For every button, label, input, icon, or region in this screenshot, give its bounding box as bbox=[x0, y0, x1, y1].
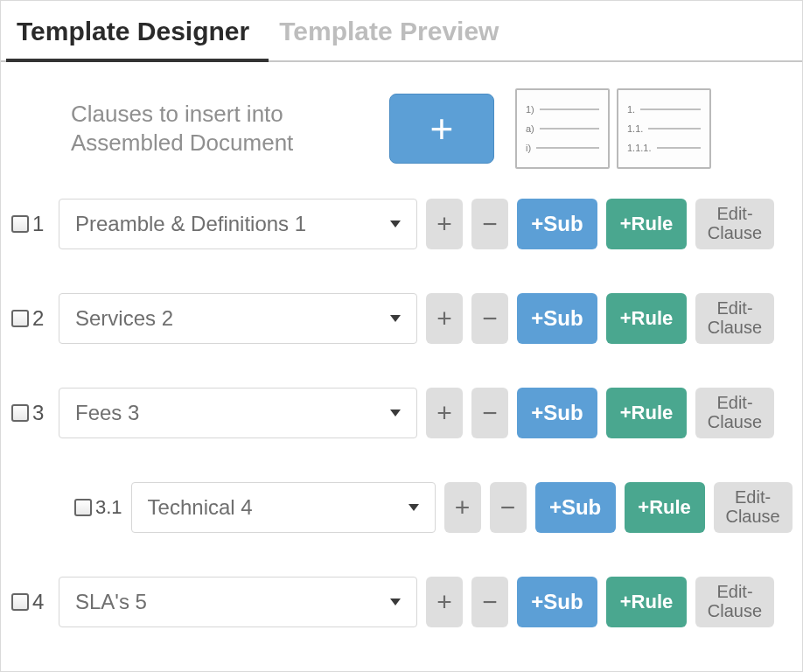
clause-lead: 3 bbox=[11, 401, 50, 425]
thumb-row: 1.1. bbox=[627, 123, 701, 134]
clause-select-label: Fees 3 bbox=[75, 401, 139, 425]
clause-select[interactable]: SLA's 5 bbox=[59, 577, 417, 627]
add-sub-button[interactable]: +Sub bbox=[517, 388, 597, 438]
clause-lead: 4 bbox=[11, 590, 50, 614]
clause-row: 3.1 Technical 4 + − +Sub +Rule Edit- Cla… bbox=[11, 482, 793, 533]
move-up-button[interactable]: + bbox=[426, 199, 463, 249]
move-down-button[interactable]: − bbox=[471, 199, 508, 249]
add-sub-button[interactable]: +Sub bbox=[517, 293, 597, 344]
header-text: Clauses to insert into Assembled Documen… bbox=[71, 100, 368, 158]
clause-checkbox[interactable] bbox=[11, 404, 29, 422]
add-rule-button[interactable]: +Rule bbox=[606, 577, 687, 627]
chevron-down-icon bbox=[390, 220, 401, 228]
add-sub-button[interactable]: +Sub bbox=[535, 482, 616, 533]
edit-clause-button[interactable]: Edit- Clause bbox=[695, 293, 774, 344]
clause-select-label: Preamble & Definitions 1 bbox=[75, 212, 306, 236]
clause-number: 3 bbox=[32, 401, 50, 425]
thumb-label: 1) bbox=[526, 104, 534, 115]
thumb-label: a) bbox=[526, 123, 534, 134]
chevron-down-icon bbox=[390, 315, 401, 322]
add-clause-button[interactable]: + bbox=[389, 94, 494, 164]
thumb-row: i) bbox=[526, 143, 599, 153]
move-down-button[interactable]: − bbox=[471, 577, 508, 627]
thumb-row: 1.1.1. bbox=[627, 143, 701, 153]
clause-select-label: Technical 4 bbox=[148, 495, 253, 520]
edit-clause-button[interactable]: Edit- Clause bbox=[714, 482, 793, 533]
numbering-style-thumbs: 1) a) i) 1. 1.1. bbox=[515, 88, 711, 169]
thumb-row: 1. bbox=[627, 104, 701, 115]
edit-clause-button[interactable]: Edit- Clause bbox=[695, 577, 774, 627]
plus-icon: + bbox=[430, 105, 454, 152]
clause-lead: 1 bbox=[11, 212, 50, 236]
clause-select[interactable]: Preamble & Definitions 1 bbox=[59, 199, 417, 249]
thumb-label: 1.1.1. bbox=[627, 143, 652, 153]
tabbar: Template Designer Template Preview bbox=[1, 1, 802, 62]
clause-row: 2 Services 2 + − +Sub +Rule Edit- Clause bbox=[11, 293, 793, 344]
clause-select[interactable]: Services 2 bbox=[59, 293, 417, 344]
thumb-row: 1) bbox=[526, 104, 599, 115]
chevron-down-icon bbox=[390, 410, 401, 416]
clause-row: 4 SLA's 5 + − +Sub +Rule Edit- Clause bbox=[11, 577, 793, 627]
thumb-line bbox=[657, 147, 701, 149]
edit-clause-button[interactable]: Edit- Clause bbox=[695, 388, 774, 438]
clause-select-label: SLA's 5 bbox=[75, 590, 147, 614]
add-sub-button[interactable]: +Sub bbox=[517, 199, 597, 249]
move-down-button[interactable]: − bbox=[490, 482, 527, 533]
thumb-line bbox=[536, 147, 599, 149]
clause-checkbox[interactable] bbox=[11, 310, 29, 327]
move-up-button[interactable]: + bbox=[444, 482, 481, 533]
clauses-list: 1 Preamble & Definitions 1 + − +Sub +Rul… bbox=[1, 195, 802, 645]
numbering-style-b[interactable]: 1. 1.1. 1.1.1. bbox=[617, 88, 711, 169]
thumb-label: 1. bbox=[627, 104, 635, 115]
numbering-style-a[interactable]: 1) a) i) bbox=[515, 88, 610, 169]
clause-select[interactable]: Fees 3 bbox=[59, 388, 417, 438]
thumb-line bbox=[540, 128, 599, 130]
edit-clause-button[interactable]: Edit- Clause bbox=[695, 199, 774, 249]
thumb-line bbox=[640, 108, 701, 110]
chevron-down-icon bbox=[390, 598, 401, 606]
clause-lead: 3.1 bbox=[74, 496, 122, 519]
move-down-button[interactable]: − bbox=[471, 293, 508, 344]
clause-row: 1 Preamble & Definitions 1 + − +Sub +Rul… bbox=[11, 199, 793, 249]
chevron-down-icon bbox=[408, 504, 419, 511]
thumb-row: a) bbox=[526, 123, 599, 134]
move-up-button[interactable]: + bbox=[426, 388, 463, 438]
clause-select[interactable]: Technical 4 bbox=[131, 482, 436, 533]
add-sub-button[interactable]: +Sub bbox=[517, 577, 597, 627]
add-rule-button[interactable]: +Rule bbox=[606, 388, 687, 438]
move-up-button[interactable]: + bbox=[426, 293, 463, 344]
thumb-line bbox=[540, 108, 599, 110]
template-designer-app: Template Designer Template Preview Claus… bbox=[0, 0, 803, 672]
clause-lead: 2 bbox=[11, 306, 50, 331]
move-up-button[interactable]: + bbox=[426, 577, 463, 627]
clause-number: 4 bbox=[32, 590, 50, 614]
thumb-line bbox=[648, 128, 701, 130]
tab-template-designer[interactable]: Template Designer bbox=[6, 1, 269, 62]
clause-checkbox[interactable] bbox=[11, 593, 29, 611]
add-rule-button[interactable]: +Rule bbox=[606, 293, 687, 344]
clause-checkbox[interactable] bbox=[11, 215, 29, 233]
thumb-label: 1.1. bbox=[627, 123, 643, 134]
header-row: Clauses to insert into Assembled Documen… bbox=[1, 62, 802, 195]
clause-select-label: Services 2 bbox=[75, 306, 173, 331]
clause-number: 1 bbox=[32, 212, 50, 236]
tab-template-preview[interactable]: Template Preview bbox=[269, 1, 518, 60]
clause-checkbox[interactable] bbox=[74, 499, 92, 516]
add-rule-button[interactable]: +Rule bbox=[625, 482, 705, 533]
clause-number: 3.1 bbox=[95, 496, 122, 519]
add-rule-button[interactable]: +Rule bbox=[606, 199, 687, 249]
move-down-button[interactable]: − bbox=[471, 388, 508, 438]
clause-number: 2 bbox=[32, 306, 50, 331]
clause-row: 3 Fees 3 + − +Sub +Rule Edit- Clause bbox=[11, 388, 793, 438]
thumb-label: i) bbox=[526, 143, 531, 153]
